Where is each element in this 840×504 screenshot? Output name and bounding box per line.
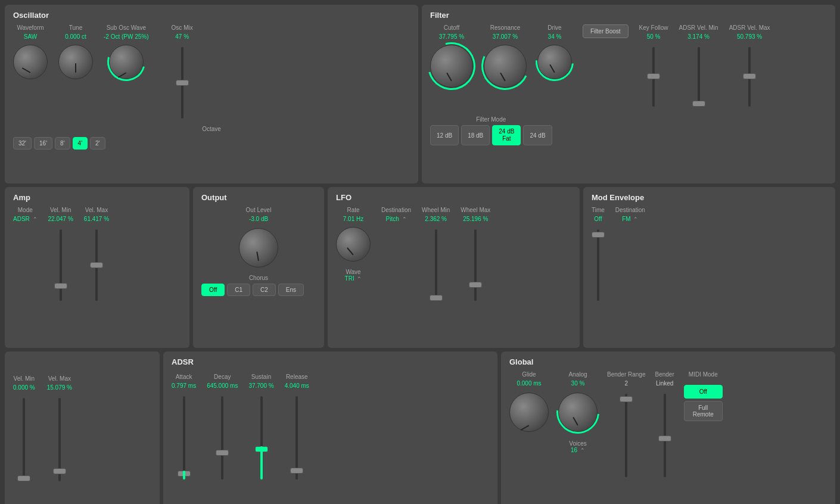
resonance-knob[interactable] (484, 45, 527, 88)
lfo-dest-group: Destination Pitch ⌃ (381, 207, 411, 222)
sustain-slider[interactable] (260, 396, 263, 480)
osc-mix-slider[interactable] (181, 47, 183, 119)
attack-label: Attack (176, 374, 192, 380)
bender-slider[interactable] (664, 394, 666, 477)
octave-8[interactable]: 8' (55, 137, 70, 150)
midi-mode-label: MIDI Mode (689, 371, 718, 378)
drive-label: Drive (547, 24, 561, 31)
analog-knob[interactable] (558, 393, 598, 432)
midi-full-remote-button[interactable]: FullRemote (684, 401, 723, 421)
lfo-wheel-max-slider[interactable] (474, 229, 477, 301)
sub-osc-value: -2 Oct (PW 25%) (104, 33, 149, 40)
mod-envelope-title: Mod Envelope (592, 193, 827, 202)
amp-vel-min-value: 22.047 % (48, 216, 73, 222)
mod-time-label: Time (592, 207, 605, 213)
out-level-knob[interactable] (239, 228, 278, 267)
mod-time-group: Time Off (592, 207, 605, 301)
glide-knob[interactable] (509, 393, 549, 432)
chorus-off[interactable]: Off (201, 284, 225, 296)
decay-label: Decay (214, 374, 231, 380)
adsr-vel-min-slider-r3[interactable] (23, 398, 25, 481)
filter-12db[interactable]: 12 dB (430, 125, 459, 145)
octave-4[interactable]: 4' (73, 137, 88, 150)
mod-dest-value: FM ⌃ (622, 216, 638, 222)
filter-24db[interactable]: 24 dB (523, 125, 552, 145)
release-slider[interactable] (295, 396, 298, 480)
drive-value: 34 % (548, 33, 562, 40)
chorus-c2[interactable]: C2 (253, 284, 276, 296)
filter-mode-label: Filter Mode (430, 116, 552, 123)
filter-24fat[interactable]: 24 dBFat (492, 125, 521, 145)
adsr-vel-min-slider[interactable] (698, 47, 700, 107)
key-follow-value: 50 % (647, 33, 661, 40)
resonance-label: Resonance (490, 24, 521, 31)
amp-mode-group: Mode ADSR ⌃ (13, 207, 38, 222)
lfo-wheel-max-value: 25.196 % (463, 216, 488, 222)
adsr-vel-max-slider[interactable] (748, 47, 751, 107)
mod-envelope-panel: Mod Envelope Time Off Destination FM ⌃ (583, 187, 835, 348)
tune-label: Tune (69, 24, 82, 31)
out-level-value: -3.0 dB (249, 216, 268, 222)
bender-label: Bender (655, 371, 674, 378)
lfo-wheel-min-label: Wheel Min (422, 207, 450, 213)
amp-panel: Amp Mode ADSR ⌃ Vel. Min 22.047 % V (5, 187, 189, 348)
out-level-group: Out Level -3.0 dB (201, 207, 316, 267)
cutoff-label: Cutoff (444, 24, 460, 31)
resonance-group: Resonance 37.007 % (484, 24, 527, 88)
key-follow-slider[interactable] (652, 47, 655, 107)
chorus-label: Chorus (201, 275, 316, 281)
filter-panel: Filter Cutoff 37.795 % Resonance 37.007 … (422, 5, 835, 183)
global-title: Global (509, 357, 827, 366)
adsr-title: ADSR (172, 357, 489, 366)
octave-16[interactable]: 16' (34, 137, 52, 150)
sustain-label: Sustain (251, 374, 271, 380)
lfo-dest-label: Destination (381, 207, 411, 213)
cutoff-knob[interactable] (430, 45, 473, 88)
bender-range-slider[interactable] (625, 394, 627, 477)
octave-label: Octave (13, 126, 410, 132)
adsr-vel-min-label: ADSR Vel. Min (679, 24, 718, 31)
amp-vel-min-slider[interactable] (60, 229, 62, 301)
bender-range-group: Bender Range 2 (607, 371, 646, 477)
bender-group: Bender Linked (655, 371, 674, 477)
lfo-rate-group: Rate 7.01 Hz Wave TRI ⌃ (336, 207, 371, 282)
attack-slider[interactable] (183, 396, 185, 480)
waveform-label: Waveform (17, 24, 43, 31)
lfo-rate-knob[interactable] (336, 227, 371, 262)
key-follow-label: Key Follow (639, 24, 668, 31)
sustain-group: Sustain 37.700 % (248, 374, 273, 480)
drive-knob[interactable] (537, 45, 572, 79)
out-level-label: Out Level (246, 207, 272, 213)
chorus-ens[interactable]: Ens (278, 284, 304, 296)
decay-value: 645.000 ms (207, 382, 238, 389)
adsr-vel-min-group: ADSR Vel. Min 3.174 % (679, 24, 718, 107)
lfo-wheel-max-label: Wheel Max (461, 207, 490, 213)
global-panel: Global Glide 0.000 ms Analog 30 % (501, 351, 835, 504)
release-label: Release (286, 374, 308, 380)
lfo-wheel-max-group: Wheel Max 25.196 % (461, 207, 490, 301)
filter-title: Filter (430, 11, 827, 20)
sub-osc-knob[interactable] (109, 45, 144, 79)
tune-knob[interactable] (58, 45, 93, 79)
drive-group: Drive 34 % (537, 24, 572, 79)
adsr-vel-max-slider-r3[interactable] (58, 398, 61, 481)
adsr-vel-min-val-r3: 0.000 % (13, 384, 35, 391)
decay-slider[interactable] (221, 396, 223, 480)
filter-mode-buttons: 12 dB 18 dB 24 dBFat 24 dB (430, 125, 552, 145)
lfo-wheel-min-slider[interactable] (435, 229, 437, 301)
amp-vel-max-slider[interactable] (95, 229, 98, 301)
midi-off-button[interactable]: Off (684, 385, 723, 399)
amp-vel-max-value: 61.417 % (84, 216, 109, 222)
adsr-vel-min-group-row3: Vel. Min 0.000 % (13, 375, 35, 481)
chorus-c1[interactable]: C1 (227, 284, 250, 296)
filter-18db[interactable]: 18 dB (461, 125, 490, 145)
filter-boost-button[interactable]: Filter Boost (583, 24, 629, 38)
octave-buttons: 32' 16' 8' 4' 2' (13, 137, 410, 150)
osc-mix-group: Osc Mix 47 % (172, 24, 193, 119)
midi-mode-group: MIDI Mode Off FullRemote (684, 371, 723, 421)
amp-title: Amp (13, 193, 181, 202)
mod-time-slider[interactable] (597, 229, 599, 301)
octave-32[interactable]: 32' (13, 137, 32, 150)
octave-2[interactable]: 2' (90, 137, 105, 150)
waveform-knob[interactable] (13, 45, 48, 79)
